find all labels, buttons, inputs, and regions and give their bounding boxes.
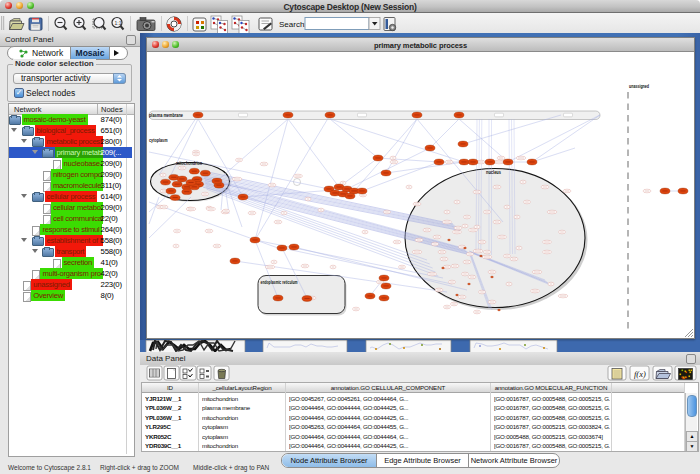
svg-text:mitochondrion: mitochondrion	[176, 160, 202, 166]
svg-text:endoplasmic reticulum: endoplasmic reticulum	[261, 279, 298, 285]
svg-text:f(x): f(x)	[634, 369, 646, 379]
svg-text:1:1: 1:1	[115, 20, 122, 26]
svg-text:nucleus: nucleus	[486, 169, 501, 175]
svg-text:cytoplasm: cytoplasm	[149, 137, 168, 143]
svg-text:Search:: Search:	[279, 20, 307, 29]
svg-text:plasma membrane: plasma membrane	[149, 112, 183, 118]
svg-text:unassigned: unassigned	[629, 83, 649, 89]
